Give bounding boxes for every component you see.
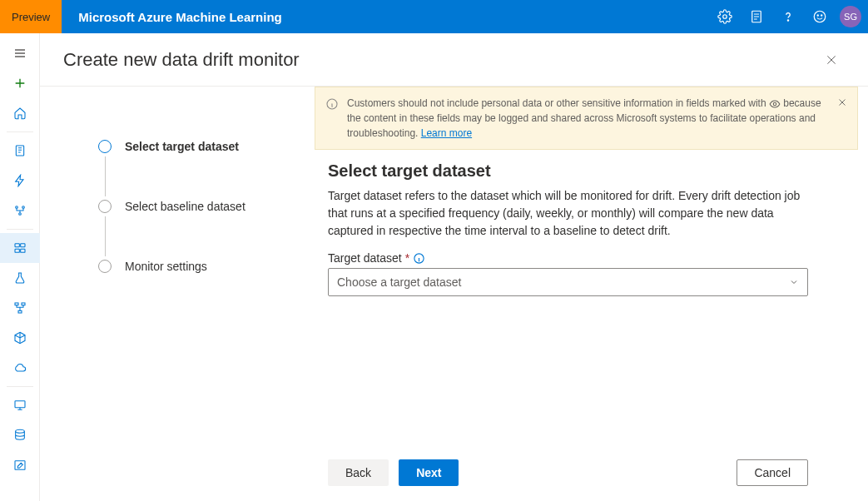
- eye-icon: [769, 98, 781, 110]
- top-bar: Preview Microsoft Azure Machine Learning…: [0, 0, 868, 33]
- svg-rect-11: [20, 244, 24, 247]
- svg-point-21: [773, 102, 776, 106]
- svg-point-2: [787, 20, 788, 21]
- blade-header: Create new data drift monitor: [40, 33, 868, 87]
- nav-compute[interactable]: [0, 390, 40, 420]
- notebook-icon: [13, 144, 27, 157]
- monitor-icon: [13, 399, 27, 412]
- dataset-icon: [13, 241, 27, 255]
- database-icon: [13, 429, 27, 442]
- field-label-text: Target dataset: [328, 251, 402, 265]
- svg-point-3: [814, 11, 826, 22]
- learn-more-link[interactable]: Learn more: [421, 127, 472, 139]
- svg-point-4: [817, 15, 818, 16]
- nav-datasets[interactable]: [0, 233, 40, 263]
- gear-icon: [717, 9, 732, 24]
- svg-point-9: [18, 213, 21, 216]
- hamburger-icon: [13, 47, 27, 60]
- step-label: Select target dataset: [125, 140, 239, 153]
- cube-icon: [13, 331, 27, 345]
- step-label: Select baseline dataset: [125, 200, 246, 213]
- step-connector: [105, 216, 106, 256]
- plus-icon: [13, 77, 27, 90]
- dropdown-placeholder: Choose a target dataset: [337, 275, 461, 289]
- nav-pipelines[interactable]: [0, 293, 40, 323]
- step-label: Monitor settings: [125, 260, 207, 273]
- home-icon: [13, 107, 27, 120]
- nav-experiments[interactable]: [0, 263, 40, 293]
- svg-rect-12: [15, 249, 19, 252]
- preview-badge: Preview: [0, 0, 62, 33]
- pipeline-icon: [13, 301, 27, 315]
- target-dataset-field: Target dataset * Choose a target dataset: [328, 251, 808, 296]
- back-button[interactable]: Back: [328, 459, 389, 486]
- required-asterisk: *: [405, 251, 409, 265]
- step-connector: [105, 156, 106, 196]
- privacy-banner: Customers should not include personal da…: [315, 87, 858, 150]
- target-dataset-label: Target dataset *: [328, 251, 808, 265]
- blade-title: Create new data drift monitor: [63, 49, 300, 71]
- blade: Create new data drift monitor Select tar…: [40, 33, 868, 501]
- close-icon: [837, 97, 847, 107]
- svg-rect-10: [15, 244, 19, 247]
- svg-rect-14: [15, 303, 18, 305]
- svg-rect-15: [22, 303, 25, 305]
- step-circle-icon: [98, 260, 112, 273]
- target-dataset-dropdown[interactable]: Choose a target dataset: [328, 268, 808, 296]
- nav-endpoints[interactable]: [0, 353, 40, 383]
- product-title: Microsoft Azure Machine Learning: [62, 10, 710, 24]
- step-monitor-settings[interactable]: Monitor settings: [98, 256, 315, 276]
- svg-point-0: [723, 15, 727, 19]
- field-info-button[interactable]: [413, 252, 425, 265]
- step-baseline-dataset[interactable]: Select baseline dataset: [98, 196, 315, 216]
- wizard-footer: Back Next Cancel: [315, 449, 858, 501]
- next-button[interactable]: Next: [399, 459, 459, 486]
- svg-point-7: [15, 206, 17, 209]
- nav-collapse[interactable]: [0, 38, 40, 68]
- left-nav: [0, 33, 40, 501]
- wizard-stepper: Select target dataset Select baseline da…: [40, 87, 315, 501]
- svg-point-5: [821, 15, 822, 16]
- step-circle-icon: [98, 200, 112, 213]
- diagnostics-button[interactable]: [742, 0, 771, 33]
- svg-rect-13: [20, 249, 24, 252]
- nav-labeling[interactable]: [0, 450, 40, 480]
- bolt-icon: [13, 174, 27, 187]
- svg-rect-17: [15, 401, 25, 408]
- smiley-icon: [812, 9, 827, 24]
- settings-button[interactable]: [710, 0, 740, 33]
- edit-icon: [13, 459, 27, 472]
- nav-automl[interactable]: [0, 166, 40, 196]
- step-target-dataset[interactable]: Select target dataset: [98, 136, 315, 156]
- svg-rect-16: [18, 310, 22, 313]
- section-description: Target dataset refers to the dataset whi…: [328, 187, 808, 240]
- cancel-button[interactable]: Cancel: [737, 459, 808, 486]
- hierarchy-icon: [13, 204, 27, 217]
- svg-rect-19: [15, 461, 25, 470]
- feedback-button[interactable]: [805, 0, 835, 33]
- nav-models[interactable]: [0, 323, 40, 353]
- info-icon: [413, 252, 425, 265]
- svg-point-18: [15, 429, 24, 433]
- help-button[interactable]: [773, 0, 803, 33]
- nav-home[interactable]: [0, 98, 40, 128]
- svg-point-8: [22, 206, 24, 209]
- banner-text: Customers should not include personal da…: [347, 96, 827, 141]
- close-blade-button[interactable]: [818, 47, 845, 73]
- question-icon: [781, 9, 796, 24]
- nav-datastores[interactable]: [0, 420, 40, 450]
- nav-designer[interactable]: [0, 196, 40, 226]
- close-icon: [825, 53, 838, 67]
- user-avatar[interactable]: SG: [840, 6, 861, 27]
- clipboard-icon: [749, 9, 764, 24]
- svg-rect-6: [16, 146, 23, 156]
- step-circle-icon: [98, 140, 112, 153]
- banner-text-before: Customers should not include personal da…: [347, 97, 769, 109]
- nav-new[interactable]: [0, 68, 40, 98]
- info-icon: [325, 97, 339, 141]
- cloud-icon: [13, 361, 27, 375]
- chevron-down-icon: [789, 277, 799, 287]
- nav-notebooks[interactable]: [0, 136, 40, 166]
- banner-close-button[interactable]: [834, 94, 851, 111]
- flask-icon: [13, 271, 27, 285]
